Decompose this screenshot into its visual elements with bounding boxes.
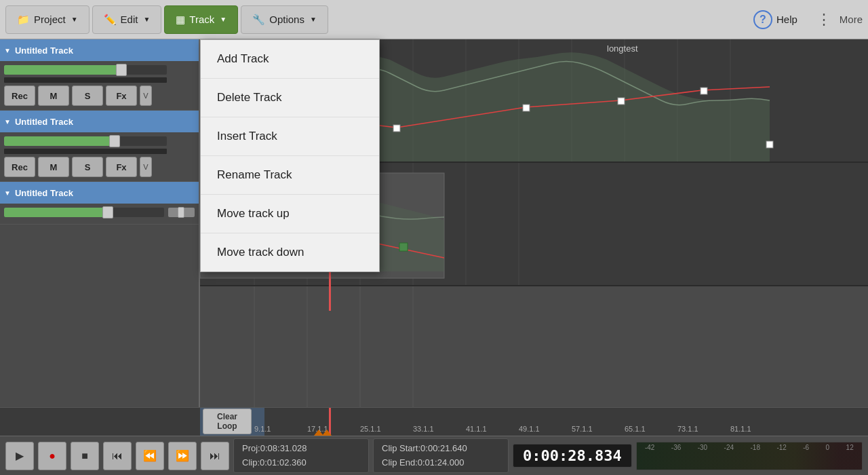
v-button-1[interactable]: V [140,86,152,106]
help-circle-icon: ? [753,10,772,29]
fx-button-1[interactable]: Fx [106,86,137,106]
clear-loop-button[interactable]: ClearLoop [203,408,252,434]
pan-fader-3[interactable] [168,208,195,217]
rewind-icon: ⏮ [112,450,123,462]
rename-track-item[interactable]: Rename Track [201,156,379,195]
fader-row-2 [4,136,195,146]
transport-info-right: Clip Start:0:00:21.640 Clip End:0:01:24.… [373,438,509,474]
mute-button-2[interactable]: M [38,157,69,177]
record-button[interactable]: ● [38,442,66,470]
v-button-2[interactable]: V [140,157,152,177]
delete-track-item[interactable]: Delete Track [201,79,379,117]
track-controls-1: Rec M S Fx V [0,61,199,110]
svg-rect-16 [766,141,773,148]
svg-rect-13 [523,104,530,111]
clip-time: Clip:0:01:02.360 [242,456,360,470]
help-button[interactable]: ? Help [745,6,806,33]
track-meter-1 [4,77,167,83]
options-label: Options [269,14,304,25]
mute-button-1[interactable]: M [38,86,69,106]
end-button[interactable]: ⏭ [201,442,229,470]
stop-icon: ■ [81,450,88,462]
chevron-down-icon: ▼ [71,16,78,23]
options-button[interactable]: 🔧 Options ▼ [241,5,328,34]
chevron-down-icon2: ▼ [143,16,150,23]
meter-labels: -42 -36 -30 -24 -18 -12 -6 0 12 [637,444,862,451]
back-icon: ⏪ [143,449,157,462]
left-panel: ▼ Untitled Track Rec M S Fx V [0,39,200,407]
edit-button[interactable]: ✏️ Edit ▼ [92,5,162,34]
clip-start: Clip Start:0:00:21.640 [382,442,500,456]
clear-loop-label: ClearLoop [217,412,237,432]
edit-label: Edit [121,14,138,25]
help-label: Help [776,14,797,25]
fader-thumb-3[interactable] [102,206,113,218]
volume-fader-3[interactable] [4,208,164,217]
insert-track-item[interactable]: Insert Track [201,117,379,156]
loop-btn-area: ClearLoop [200,407,254,436]
fader-fill-1 [4,65,121,75]
move-track-up-item[interactable]: Move track up [201,195,379,233]
more-dots-icon[interactable]: ⋮ [811,11,837,28]
fader-thumb-2[interactable] [109,135,120,147]
meter-label-7: -6 [803,444,809,451]
play-button[interactable]: ▶ [5,442,34,470]
transport-meter: -42 -36 -30 -24 -18 -12 -6 0 12 [636,442,863,470]
project-button[interactable]: 📁 Project ▼ [5,5,90,34]
ruler-label-9: 73.1.1 [677,425,698,433]
fader-fill-2 [4,136,115,146]
forward-button[interactable]: ⏩ [168,442,197,470]
clip-end: Clip End:0:01:24.000 [382,456,500,470]
track-chevron-1[interactable]: ▼ [4,47,11,54]
toolbar: 📁 Project ▼ ✏️ Edit ▼ ▦ Track ▼ 🔧 Option… [0,0,868,39]
fader-thumb-1[interactable] [116,64,127,76]
meter-label-9: 12 [846,444,854,451]
add-track-item[interactable]: Add Track [201,40,379,79]
svg-rect-12 [393,125,400,132]
rewind-button[interactable]: ⏮ [103,442,132,470]
back-button[interactable]: ⏪ [136,442,164,470]
volume-fader-2[interactable] [4,136,167,146]
track-chevron-2[interactable]: ▼ [4,118,11,126]
track-item-2: ▼ Untitled Track Rec M S Fx V [0,111,199,182]
ruler-label-7: 57.1.1 [572,425,593,433]
folder-icon: 📁 [17,14,30,26]
ruler-label-6: 49.1.1 [519,425,540,433]
volume-fader-1[interactable] [4,65,167,75]
meter-label-5: -18 [750,444,760,451]
ruler-label-1: 9.1.1 [254,425,271,433]
svg-rect-14 [618,98,625,104]
stop-button[interactable]: ■ [71,442,99,470]
rec-button-2[interactable]: Rec [4,157,35,177]
rec-button-1[interactable]: Rec [4,86,35,106]
end-icon: ⏭ [210,450,220,462]
ruler-label-4: 33.1.1 [413,425,434,433]
transport-time-display: 0:00:28.834 [513,444,632,468]
fader-row-1 [4,65,195,75]
svg-rect-26 [399,243,408,251]
loop-marker-triangle [314,430,323,436]
transport-bar: ▶ ● ■ ⏮ ⏪ ⏩ ⏭ Proj:0:08:31.028 Clip:0:01… [0,436,868,475]
solo-button-1[interactable]: S [72,86,103,106]
pan-thumb-3 [178,207,184,218]
play-icon: ▶ [16,449,24,462]
wrench-icon: 🔧 [252,14,265,26]
more-label: More [840,14,863,25]
solo-button-2[interactable]: S [72,157,103,177]
chevron-down-icon3: ▼ [220,16,226,23]
track-label: Track [189,14,214,25]
svg-rect-30 [200,286,868,407]
track-grid-icon: ▦ [176,14,185,26]
track-name-3: Untitled Track [15,188,73,198]
ruler-label-3: 25.1.1 [360,425,381,433]
waveform-track3[interactable] [200,286,868,407]
track-button[interactable]: ▦ Track ▼ [164,5,238,34]
move-track-down-item[interactable]: Move track down [201,233,379,271]
meter-label-1: -42 [645,444,654,451]
fx-button-2[interactable]: Fx [106,157,137,177]
track-chevron-3[interactable]: ▼ [4,189,11,197]
minimap: 9.1.1 17.1.1 25.1.1 33.1.1 41.1.1 49.1.1… [200,408,868,436]
track-name-1: Untitled Track [15,45,73,56]
meter-label-2: -36 [671,444,681,451]
proj-time: Proj:0:08:31.028 [242,442,360,456]
